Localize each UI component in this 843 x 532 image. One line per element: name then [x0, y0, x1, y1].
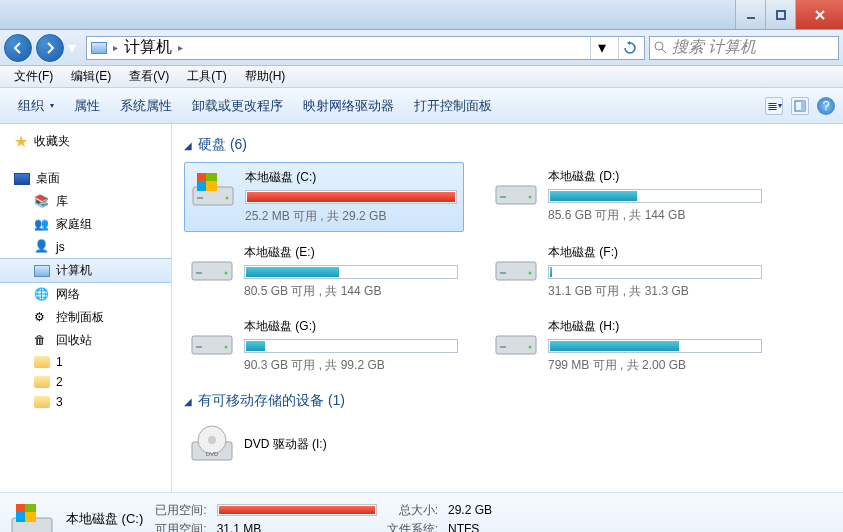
- star-icon: ★: [14, 134, 28, 150]
- details-pane: 本地磁盘 (C:) 已用空间: 总大小: 29.2 GB 可用空间: 31.1 …: [0, 492, 843, 532]
- free-space-value: 31.1 MB: [217, 522, 377, 532]
- svg-rect-7: [197, 197, 203, 199]
- drive-icon: [10, 500, 54, 533]
- dvd-drive-label: DVD 驱动器 (I:): [244, 436, 327, 453]
- forward-button[interactable]: [36, 34, 64, 62]
- svg-rect-16: [500, 272, 506, 274]
- content-pane: ◢硬盘 (6) 本地磁盘 (C:)25.2 MB 可用 , 共 29.2 GB …: [172, 124, 843, 492]
- address-bar[interactable]: ▸ 计算机 ▸ ▾: [86, 36, 645, 60]
- cmd-属性[interactable]: 属性: [64, 93, 110, 119]
- drive-name: 本地磁盘 (E:): [244, 244, 458, 261]
- hdd-icon: [190, 318, 234, 358]
- total-size-value: 29.2 GB: [448, 503, 492, 517]
- cmd-映射网络驱动器[interactable]: 映射网络驱动器: [293, 93, 404, 119]
- drive-usage-bar: [548, 189, 762, 203]
- hdd-icon: [191, 169, 235, 209]
- removable-section-header[interactable]: ◢有可移动存储的设备 (1): [184, 392, 831, 410]
- svg-rect-19: [196, 346, 202, 348]
- dvd-drive-item[interactable]: DVD DVD 驱动器 (I:): [184, 418, 831, 470]
- svg-point-11: [529, 196, 532, 199]
- sidebar-item-家庭组[interactable]: 👥家庭组: [0, 213, 171, 236]
- favorites-group[interactable]: ★收藏夹: [0, 130, 171, 153]
- drive-item[interactable]: 本地磁盘 (E:)80.5 GB 可用 , 共 144 GB: [184, 238, 464, 306]
- sidebar-item-控制面板[interactable]: ⚙控制面板: [0, 306, 171, 329]
- sidebar-item-1[interactable]: 1: [0, 352, 171, 372]
- maximize-button[interactable]: [765, 0, 795, 29]
- sidebar-item-label: 回收站: [56, 332, 92, 349]
- view-options-button[interactable]: ≣▾: [765, 97, 783, 115]
- drive-stats: 90.3 GB 可用 , 共 99.2 GB: [244, 357, 458, 374]
- svg-point-20: [225, 346, 228, 349]
- svg-rect-22: [500, 346, 506, 348]
- sidebar-item-label: 3: [56, 395, 63, 409]
- desktop-label: 桌面: [36, 170, 60, 187]
- cmd-打开控制面板[interactable]: 打开控制面板: [404, 93, 502, 119]
- menu-查看(V)[interactable]: 查看(V): [121, 66, 177, 87]
- cmd-卸载或更改程序[interactable]: 卸载或更改程序: [182, 93, 293, 119]
- cmd-系统属性[interactable]: 系统属性: [110, 93, 182, 119]
- sidebar-item-label: js: [56, 240, 65, 254]
- free-space-label: 可用空间:: [155, 521, 206, 533]
- drive-name: 本地磁盘 (C:): [245, 169, 457, 186]
- desktop-icon: [14, 173, 30, 185]
- menu-帮助(H)[interactable]: 帮助(H): [237, 66, 294, 87]
- sidebar-item-label: 计算机: [56, 262, 92, 279]
- svg-point-14: [225, 272, 228, 275]
- folder-icon: [34, 356, 50, 368]
- computer-icon: [34, 265, 50, 277]
- network-icon: 🌐: [34, 287, 50, 303]
- close-button[interactable]: [795, 0, 843, 29]
- sidebar-item-label: 家庭组: [56, 216, 92, 233]
- menu-工具(T)[interactable]: 工具(T): [179, 66, 234, 87]
- history-dropdown-icon[interactable]: ▾: [68, 38, 82, 57]
- collapse-icon: ◢: [184, 396, 192, 407]
- drive-usage-bar: [548, 339, 762, 353]
- used-space-label: 已用空间:: [155, 502, 206, 519]
- svg-point-17: [529, 272, 532, 275]
- menu-编辑(E)[interactable]: 编辑(E): [63, 66, 119, 87]
- sidebar-item-回收站[interactable]: 🗑回收站: [0, 329, 171, 352]
- hdd-section-label: 硬盘 (6): [198, 136, 247, 154]
- drive-item[interactable]: 本地磁盘 (F:)31.1 GB 可用 , 共 31.3 GB: [488, 238, 768, 306]
- hdd-icon: [190, 244, 234, 284]
- user-icon: 👤: [34, 239, 50, 255]
- drive-name: 本地磁盘 (G:): [244, 318, 458, 335]
- drive-usage-bar: [244, 339, 458, 353]
- preview-pane-button[interactable]: [791, 97, 809, 115]
- drive-item[interactable]: 本地磁盘 (D:)85.6 GB 可用 , 共 144 GB: [488, 162, 768, 232]
- sidebar-item-库[interactable]: 📚库: [0, 190, 171, 213]
- help-button[interactable]: ?: [817, 97, 835, 115]
- drive-item[interactable]: 本地磁盘 (C:)25.2 MB 可用 , 共 29.2 GB: [184, 162, 464, 232]
- collapse-icon: ◢: [184, 140, 192, 151]
- drive-item[interactable]: 本地磁盘 (G:)90.3 GB 可用 , 共 99.2 GB: [184, 312, 464, 380]
- search-input[interactable]: 搜索 计算机: [649, 36, 839, 60]
- hdd-section-header[interactable]: ◢硬盘 (6): [184, 136, 831, 154]
- dvd-icon: DVD: [190, 424, 234, 464]
- sidebar-item-2[interactable]: 2: [0, 372, 171, 392]
- svg-rect-9: [496, 186, 536, 204]
- svg-rect-4: [801, 101, 805, 111]
- svg-rect-12: [192, 262, 232, 280]
- drive-name: 本地磁盘 (D:): [548, 168, 762, 185]
- sidebar-item-label: 1: [56, 355, 63, 369]
- library-icon: 📚: [34, 194, 50, 210]
- address-dropdown-icon[interactable]: ▾: [590, 37, 612, 59]
- sidebar-item-网络[interactable]: 🌐网络: [0, 283, 171, 306]
- desktop-group[interactable]: 桌面: [0, 167, 171, 190]
- svg-rect-1: [777, 11, 785, 19]
- sidebar-item-label: 控制面板: [56, 309, 104, 326]
- window-titlebar: [0, 0, 843, 30]
- refresh-button[interactable]: [618, 37, 640, 59]
- drive-stats: 25.2 MB 可用 , 共 29.2 GB: [245, 208, 457, 225]
- menu-文件(F)[interactable]: 文件(F): [6, 66, 61, 87]
- drive-item[interactable]: 本地磁盘 (H:)799 MB 可用 , 共 2.00 GB: [488, 312, 768, 380]
- navigation-bar: ▾ ▸ 计算机 ▸ ▾ 搜索 计算机: [0, 30, 843, 66]
- sidebar-item-计算机[interactable]: 计算机: [0, 258, 171, 283]
- sidebar-item-js[interactable]: 👤js: [0, 236, 171, 258]
- minimize-button[interactable]: [735, 0, 765, 29]
- cmd-组织[interactable]: 组织: [8, 93, 64, 119]
- sidebar-item-3[interactable]: 3: [0, 392, 171, 412]
- back-button[interactable]: [4, 34, 32, 62]
- svg-rect-18: [192, 336, 232, 354]
- svg-rect-0: [747, 17, 755, 19]
